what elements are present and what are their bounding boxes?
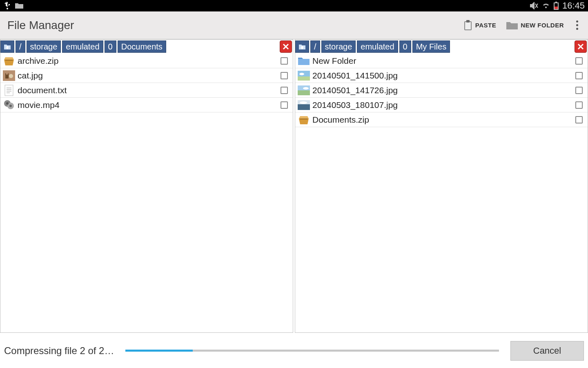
txt-icon — [3, 84, 15, 96]
close-left-pane-button[interactable] — [280, 40, 292, 53]
svg-point-15 — [6, 102, 9, 105]
cancel-button[interactable]: Cancel — [510, 341, 584, 361]
close-icon — [282, 43, 290, 50]
progress-text: Compressing file 2 of 2… — [4, 345, 114, 357]
svg-rect-5 — [466, 20, 470, 22]
breadcrumb-segment[interactable]: / — [310, 40, 320, 53]
new-folder-label: NEW FOLDER — [521, 22, 564, 29]
file-name: Documents.zip — [312, 115, 575, 125]
home-crumb[interactable] — [0, 40, 14, 53]
folder-plus-icon — [506, 20, 518, 30]
file-row[interactable]: New Folder — [295, 54, 588, 68]
new-folder-button[interactable]: NEW FOLDER — [506, 20, 564, 30]
breadcrumb-segment[interactable]: My Files — [412, 40, 450, 53]
folder-status-icon — [15, 2, 24, 9]
film-icon — [3, 99, 15, 111]
svg-rect-1 — [555, 2, 557, 3]
file-row[interactable]: 20140503_180107.jpg — [295, 98, 588, 112]
file-name: 20140501_141726.jpg — [312, 85, 575, 95]
left-breadcrumb: /storageemulated0Documents — [0, 40, 293, 54]
home-crumb[interactable] — [295, 40, 309, 53]
file-row[interactable]: movie.mp4 — [0, 98, 293, 112]
svg-point-19 — [299, 73, 304, 75]
right-pane: /storageemulated0My Files New Folder2014… — [295, 39, 588, 333]
android-status-bar: 16:45 — [0, 0, 588, 11]
breadcrumb-segment[interactable]: / — [16, 40, 25, 53]
cancel-label: Cancel — [533, 346, 561, 356]
file-row[interactable]: 20140501_141726.jpg — [295, 83, 588, 98]
left-file-list: archive.zipcat.jpgdocument.txtmovie.mp4 — [0, 54, 293, 332]
svg-rect-24 — [298, 104, 310, 110]
img-sea-icon — [298, 99, 310, 111]
wifi-icon — [542, 2, 550, 9]
select-checkbox[interactable] — [575, 116, 583, 123]
breadcrumb-segment[interactable]: 0 — [399, 40, 411, 53]
battery-warn-icon — [553, 2, 559, 10]
progress-bar-area: Compressing file 2 of 2… Cancel — [0, 333, 588, 368]
file-name: 20140503_180107.jpg — [312, 100, 575, 110]
svg-rect-4 — [465, 22, 471, 29]
svg-rect-6 — [3, 70, 15, 81]
progress-track — [125, 350, 499, 352]
select-checkbox[interactable] — [575, 101, 583, 109]
file-row[interactable]: 20140501_141500.jpg — [295, 68, 588, 83]
breadcrumb-segment[interactable]: 0 — [105, 40, 116, 53]
svg-rect-2 — [555, 7, 558, 9]
breadcrumb-segment[interactable]: storage — [321, 40, 356, 53]
progress-fill — [125, 350, 193, 352]
app-action-bar: File Manager PASTE NEW FOLDER — [0, 11, 588, 39]
clipboard-icon — [463, 20, 473, 31]
home-icon — [3, 43, 11, 50]
overflow-menu-button[interactable] — [574, 18, 581, 32]
usb-icon — [3, 2, 11, 10]
right-breadcrumb: /storageemulated0My Files — [295, 40, 588, 54]
breadcrumb-segment[interactable]: storage — [27, 40, 61, 53]
file-name: document.txt — [18, 85, 281, 95]
status-time: 16:45 — [562, 0, 585, 11]
file-name: New Folder — [312, 56, 575, 66]
svg-rect-18 — [298, 76, 310, 81]
folder-icon — [298, 55, 310, 67]
zip-icon — [298, 114, 310, 126]
mute-icon — [530, 2, 539, 9]
file-row[interactable]: archive.zip — [0, 54, 293, 68]
select-checkbox[interactable] — [575, 87, 583, 94]
left-pane: /storageemulated0Documents archive.zipca… — [0, 39, 293, 333]
dual-pane-container: /storageemulated0Documents archive.zipca… — [0, 39, 588, 333]
right-file-list: New Folder20140501_141500.jpg20140501_14… — [295, 54, 588, 332]
select-checkbox[interactable] — [281, 57, 288, 65]
close-icon — [577, 43, 584, 50]
svg-point-16 — [9, 105, 12, 107]
file-name: 20140501_141500.jpg — [312, 71, 575, 81]
svg-point-25 — [300, 101, 307, 104]
close-right-pane-button[interactable] — [575, 40, 587, 53]
breadcrumb-segment[interactable]: emulated — [62, 40, 103, 53]
file-name: archive.zip — [18, 56, 281, 66]
img-sky-icon — [298, 70, 310, 82]
app-title: File Manager — [7, 19, 74, 32]
select-checkbox[interactable] — [281, 101, 288, 109]
file-row[interactable]: document.txt — [0, 83, 293, 98]
breadcrumb-segment[interactable]: Documents — [118, 40, 166, 53]
img-cat-icon — [3, 70, 15, 82]
select-checkbox[interactable] — [575, 72, 583, 79]
svg-rect-21 — [298, 90, 310, 95]
select-checkbox[interactable] — [575, 57, 583, 65]
home-icon — [298, 43, 306, 50]
file-name: movie.mp4 — [18, 100, 281, 110]
select-checkbox[interactable] — [281, 87, 288, 94]
file-row[interactable]: Documents.zip — [295, 112, 588, 127]
svg-point-22 — [303, 87, 309, 90]
paste-button[interactable]: PASTE — [463, 20, 496, 31]
paste-label: PASTE — [475, 22, 496, 29]
svg-rect-8 — [5, 85, 13, 96]
svg-point-7 — [9, 74, 13, 78]
file-row[interactable]: cat.jpg — [0, 68, 293, 83]
img-sky2-icon — [298, 84, 310, 96]
breadcrumb-segment[interactable]: emulated — [357, 40, 398, 53]
file-name: cat.jpg — [18, 71, 281, 81]
select-checkbox[interactable] — [281, 72, 288, 79]
zip-icon — [3, 55, 15, 67]
